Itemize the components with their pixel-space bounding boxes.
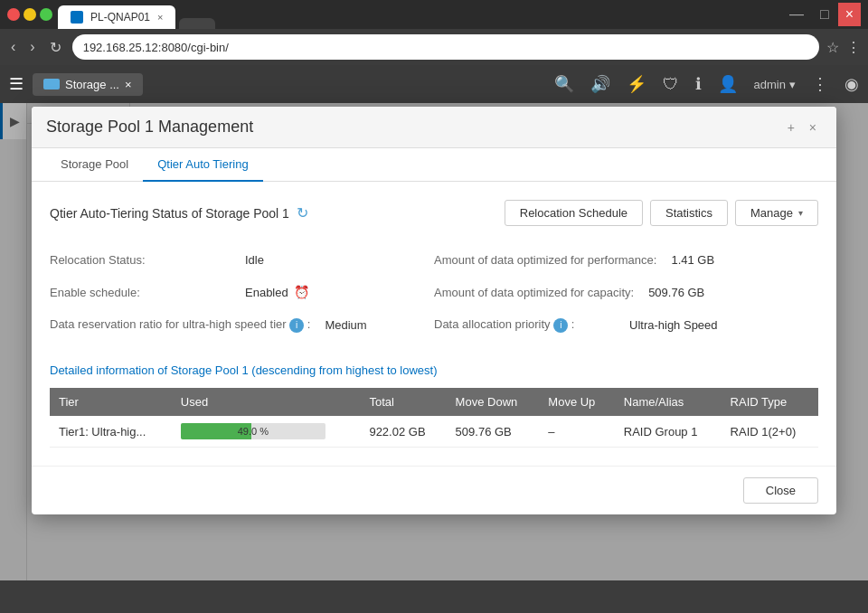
dialog-titlebar: Storage Pool 1 Management + × [32,107,836,148]
info-row-1-right: Amount of data optimized for performance… [434,244,818,276]
bookmark-icon[interactable]: ☆ [826,39,839,56]
capacity-amount-value: 509.76 GB [648,286,704,299]
main-area: Storage Manager ▶ Storage Pool 1 Managem… [0,103,868,580]
capacity-amount-label: Amount of data optimized for capacity: [434,286,634,299]
cell-used: 49.0 % [172,416,361,448]
col-move-down: Move Down [447,388,540,416]
col-raid-type: RAID Type [722,388,818,416]
dialog-win-controls: + × [782,118,822,137]
manage-btn-label: Manage [750,206,793,220]
info-row-2-right: Amount of data optimized for capacity: 5… [434,276,818,308]
manage-dropdown-arrow: ▾ [798,208,803,218]
close-dialog-btn[interactable]: Close [743,477,818,504]
cell-total: 922.02 GB [360,416,446,448]
storage-icon [43,79,60,90]
stack-icon[interactable]: ⚡ [627,74,646,94]
dashboard-icon[interactable]: ◉ [844,74,859,94]
cell-move-up: – [539,416,614,448]
dialog-footer: Close [32,466,836,514]
dialog-content: Qtier Auto-Tiering Status of Storage Poo… [32,182,836,466]
relocation-status-value: Idle [245,253,264,267]
perf-amount-value: 1.41 GB [671,253,714,267]
table-header-row: Tier Used Total Move Down Move Up Name/A… [50,388,818,416]
dialog-title: Storage Pool 1 Management [46,118,253,137]
enable-schedule-value: Enabled ⏰ [245,285,309,299]
info-row-3-left: Data reservation ratio for ultra-high sp… [50,308,434,342]
info-icon[interactable]: ℹ [695,74,702,94]
win-minimize-btn[interactable]: — [782,3,811,26]
more-icon[interactable]: ⋮ [846,39,861,56]
reservation-info-icon[interactable]: i [289,318,304,333]
cell-move-down: 509.76 GB [447,416,540,448]
win-max-btn[interactable] [40,8,52,21]
cell-raid-type: RAID 1(2+0) [722,416,818,448]
new-tab-ghost [179,18,215,29]
win-min-btn[interactable] [24,8,36,21]
col-total: Total [360,388,446,416]
enable-schedule-label: Enable schedule: [50,286,231,299]
allocation-priority-label: Data allocation priority i : [434,317,615,333]
refresh-btn[interactable]: ↻ [46,35,65,60]
admin-btn[interactable]: admin ▾ [754,78,796,91]
clock-icon: ⏰ [294,285,309,299]
action-buttons: Relocation Schedule Statistics Manage ▾ [505,200,818,226]
reservation-ratio-value: Medium [325,318,366,332]
storage-tab-label: Storage ... [65,78,119,91]
dialog-close-btn[interactable]: × [804,118,822,137]
win-controls-right: — □ × [782,3,861,26]
used-progress-bar: 49.0 % [181,423,326,439]
dialog-add-btn[interactable]: + [782,118,800,137]
forward-btn[interactable]: › [26,35,38,59]
tier-table: Tier Used Total Move Down Move Up Name/A… [50,388,818,448]
table-row: Tier1: Ultra-hig... 49.0 % 922.02 GB 509… [50,416,818,448]
col-tier: Tier [50,388,172,416]
browser-titlebar: PL-QNAP01 × — □ × [0,0,868,29]
allocation-info-icon[interactable]: i [553,318,568,333]
allocation-priority-value: Ultra-high Speed [629,318,718,332]
tab-close-btn[interactable]: × [157,12,163,23]
relocation-schedule-btn[interactable]: Relocation Schedule [505,200,643,226]
search-icon[interactable]: 🔍 [554,74,574,94]
qtier-title: Qtier Auto-Tiering Status of Storage Poo… [50,204,308,222]
more-options-icon[interactable]: ⋮ [812,74,828,94]
back-btn[interactable]: ‹ [7,35,19,59]
relocation-status-label: Relocation Status: [50,253,231,267]
info-grid: Relocation Status: Idle Amount of data o… [50,244,818,342]
progress-text: 49.0 % [238,426,269,437]
cell-name-alias: RAID Group 1 [615,416,722,448]
address-input[interactable] [72,34,819,60]
win-maximize-btn[interactable]: □ [813,3,836,26]
col-move-up: Move Up [539,388,614,416]
user-icon[interactable]: 👤 [718,74,738,94]
admin-arrow: ▾ [789,78,796,91]
storage-tab-close[interactable]: × [125,78,132,91]
info-row-1-left: Relocation Status: Idle [50,244,434,276]
manage-btn[interactable]: Manage ▾ [735,200,818,226]
info-row-3-right: Data allocation priority i : Ultra-high … [434,308,818,342]
win-close-btn[interactable] [7,8,20,21]
statistics-btn[interactable]: Statistics [650,200,728,226]
storage-tab-btn[interactable]: Storage ... × [33,73,143,96]
storage-pool-dialog: Storage Pool 1 Management + × Storage Po… [32,107,836,514]
qtier-header: Qtier Auto-Tiering Status of Storage Poo… [50,200,818,226]
cell-tier: Tier1: Ultra-hig... [50,416,172,448]
window-controls [7,8,52,21]
hamburger-btn[interactable]: ☰ [9,74,24,94]
detailed-info-title: Detailed information of Storage Pool 1 (… [50,363,818,377]
reservation-ratio-label: Data reservation ratio for ultra-high sp… [50,317,310,333]
shield-icon[interactable]: 🛡 [663,75,679,94]
col-used: Used [172,388,361,416]
dialog-overlay: Storage Pool 1 Management + × Storage Po… [0,103,868,580]
qtier-refresh-icon[interactable]: ↻ [297,204,308,222]
tab-storage-pool[interactable]: Storage Pool [46,148,143,182]
dialog-tabs: Storage Pool Qtier Auto Tiering [32,148,836,182]
volume-icon[interactable]: 🔊 [590,74,610,94]
qtier-title-text: Qtier Auto-Tiering Status of Storage Poo… [50,206,289,221]
tab-favicon [71,11,83,24]
app-toolbar: ☰ Storage ... × 🔍 🔊 ⚡ 🛡 ℹ 👤 admin ▾ ⋮ ◉ [0,65,868,103]
toolbar-icons: 🔍 🔊 ⚡ 🛡 ℹ 👤 admin ▾ ⋮ ◉ [554,74,859,94]
info-row-2-left: Enable schedule: Enabled ⏰ [50,276,434,308]
tab-qtier-auto-tiering[interactable]: Qtier Auto Tiering [143,148,262,182]
browser-tab[interactable]: PL-QNAP01 × [58,5,175,29]
win-close-x-btn[interactable]: × [838,3,861,26]
